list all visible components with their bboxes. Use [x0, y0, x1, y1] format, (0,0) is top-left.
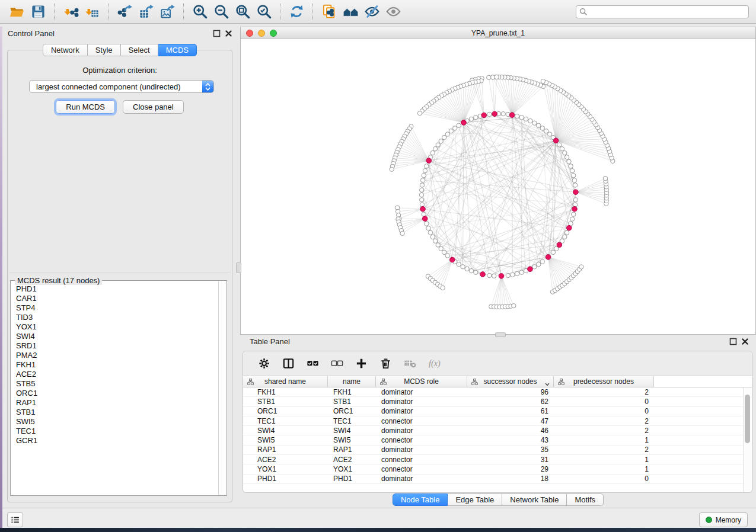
- table-row[interactable]: RAP1RAP1dominator352: [243, 446, 743, 455]
- table-row[interactable]: ACE2ACE2connector311: [243, 455, 743, 464]
- mcds-node[interactable]: [546, 255, 551, 260]
- table-row[interactable]: TEC1TEC1connector472: [243, 416, 743, 426]
- mcds-result-item[interactable]: ORC1: [16, 389, 218, 398]
- network-node[interactable]: [433, 239, 437, 243]
- network-node[interactable]: [532, 121, 537, 125]
- show-all-button[interactable]: [382, 2, 404, 22]
- table-row[interactable]: STB1STB1dominator620: [243, 397, 743, 406]
- zoom-selected-button[interactable]: [253, 2, 275, 22]
- select-all-button[interactable]: [304, 355, 321, 372]
- network-window-titlebar[interactable]: YPA_prune.txt_1: [241, 27, 755, 39]
- column-header-successor-nodes[interactable]: successor nodes: [467, 376, 554, 387]
- network-node[interactable]: [449, 129, 453, 133]
- network-node[interactable]: [551, 250, 555, 254]
- mcds-result-item[interactable]: SRD1: [16, 341, 218, 351]
- network-node[interactable]: [439, 139, 443, 143]
- table-scrollbar-thumb[interactable]: [745, 395, 750, 443]
- network-node[interactable]: [515, 271, 519, 275]
- network-node[interactable]: [492, 274, 496, 278]
- mcds-result-list[interactable]: PHD1CAR1STP4TID3YOX1SWI4SRD1PMA2FKH1ACE2…: [11, 281, 218, 495]
- network-node[interactable]: [573, 198, 578, 202]
- tab-select[interactable]: Select: [121, 44, 158, 56]
- network-node[interactable]: [512, 304, 516, 308]
- table-row[interactable]: YOX1YOX1connector291: [243, 464, 743, 474]
- network-node[interactable]: [442, 250, 446, 254]
- network-node[interactable]: [436, 243, 440, 247]
- column-header-name[interactable]: name: [328, 376, 376, 387]
- mcds-node[interactable]: [426, 158, 432, 164]
- mcds-node[interactable]: [557, 242, 562, 248]
- network-node[interactable]: [469, 117, 473, 121]
- network-node[interactable]: [419, 193, 423, 197]
- run-mcds-button[interactable]: Run MCDS: [56, 100, 115, 114]
- network-node[interactable]: [461, 265, 465, 269]
- mcds-node[interactable]: [420, 207, 426, 212]
- mcds-result-item[interactable]: CAR1: [16, 294, 218, 303]
- network-node[interactable]: [439, 246, 443, 251]
- network-node[interactable]: [573, 183, 577, 187]
- zoom-in-button[interactable]: [189, 2, 210, 22]
- network-node[interactable]: [557, 143, 562, 147]
- network-node[interactable]: [433, 147, 437, 151]
- mcds-node[interactable]: [461, 120, 467, 126]
- network-node[interactable]: [474, 270, 478, 274]
- mcds-node[interactable]: [573, 190, 579, 195]
- tab-mcds[interactable]: MCDS: [158, 44, 197, 56]
- mcds-result-item[interactable]: STB5: [16, 379, 218, 389]
- table-row[interactable]: SWI4SWI4dominator462: [243, 426, 743, 435]
- network-node[interactable]: [501, 112, 505, 116]
- mcds-result-item[interactable]: FKH1: [16, 360, 218, 370]
- close-panel-icon[interactable]: [225, 30, 232, 37]
- network-node[interactable]: [564, 155, 569, 159]
- tab-network-table[interactable]: Network Table: [502, 493, 567, 506]
- mcds-node[interactable]: [572, 207, 578, 212]
- network-node[interactable]: [420, 183, 424, 187]
- network-node[interactable]: [445, 254, 449, 258]
- mcds-node[interactable]: [422, 216, 428, 222]
- mcds-result-item[interactable]: SWI4: [16, 332, 218, 341]
- network-node[interactable]: [603, 176, 607, 180]
- network-node[interactable]: [436, 143, 440, 147]
- network-node[interactable]: [515, 114, 519, 118]
- network-node[interactable]: [453, 126, 457, 130]
- column-header-shared-name[interactable]: shared name: [243, 376, 328, 387]
- network-node[interactable]: [540, 126, 544, 130]
- network-node[interactable]: [400, 231, 404, 235]
- network-node[interactable]: [564, 230, 569, 235]
- mcds-node[interactable]: [492, 111, 497, 117]
- network-node[interactable]: [567, 159, 571, 164]
- split-view-button[interactable]: [280, 355, 296, 372]
- network-node[interactable]: [563, 235, 567, 239]
- network-node[interactable]: [540, 259, 544, 264]
- network-node[interactable]: [487, 75, 491, 79]
- network-node[interactable]: [511, 273, 515, 277]
- mcds-result-item[interactable]: STB1: [16, 408, 218, 417]
- network-node[interactable]: [579, 265, 583, 269]
- network-node[interactable]: [425, 164, 429, 168]
- table-row[interactable]: ORC1ORC1dominator610: [243, 407, 743, 416]
- mcds-result-item[interactable]: PMA2: [16, 351, 218, 360]
- deselect-all-button[interactable]: [328, 355, 345, 372]
- network-node[interactable]: [570, 169, 574, 173]
- tab-edge-table[interactable]: Edge Table: [448, 493, 502, 506]
- mcds-node[interactable]: [567, 225, 572, 230]
- mcds-result-item[interactable]: GCR1: [16, 436, 218, 446]
- network-node[interactable]: [423, 169, 427, 173]
- first-neighbors-button[interactable]: [340, 2, 361, 22]
- refresh-button[interactable]: [286, 2, 307, 22]
- mcds-node[interactable]: [528, 267, 533, 272]
- network-node[interactable]: [572, 212, 576, 216]
- tab-node-table[interactable]: Node Table: [393, 493, 448, 506]
- tab-style[interactable]: Style: [88, 44, 121, 56]
- import-network-button[interactable]: [60, 2, 81, 22]
- network-from-document-button[interactable]: [318, 2, 340, 22]
- table-row[interactable]: SWI5SWI5connector431: [243, 435, 743, 445]
- network-node[interactable]: [425, 222, 429, 226]
- network-node[interactable]: [572, 174, 576, 178]
- close-panel-icon[interactable]: [741, 338, 749, 345]
- column-header-predecessor-nodes[interactable]: predecessor nodes: [554, 376, 654, 387]
- mcds-result-item[interactable]: RAP1: [16, 398, 218, 408]
- network-node[interactable]: [420, 178, 425, 182]
- network-node[interactable]: [420, 198, 424, 202]
- network-node[interactable]: [524, 117, 528, 121]
